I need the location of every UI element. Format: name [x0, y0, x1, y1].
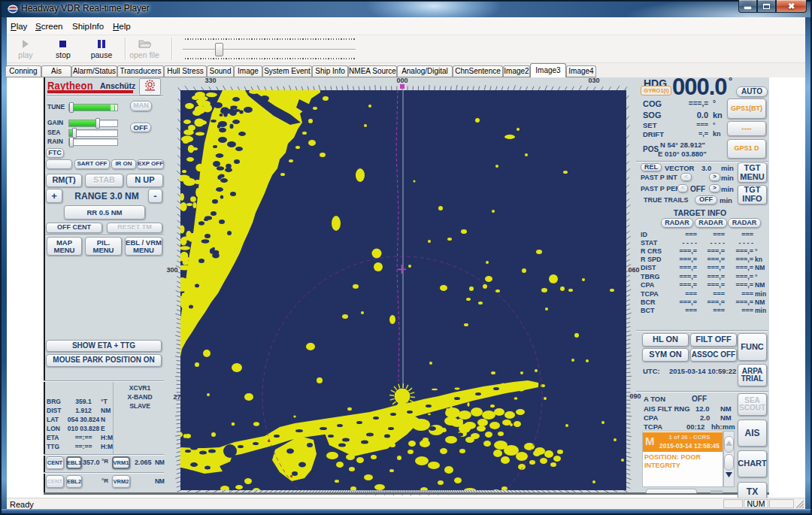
- svg-text:060: 060: [628, 266, 639, 274]
- svg-text:330: 330: [205, 77, 216, 84]
- svg-text:300: 300: [166, 266, 177, 274]
- svg-text:030: 030: [588, 77, 599, 84]
- svg-text:000: 000: [396, 77, 408, 84]
- svg-text:090: 090: [629, 392, 641, 400]
